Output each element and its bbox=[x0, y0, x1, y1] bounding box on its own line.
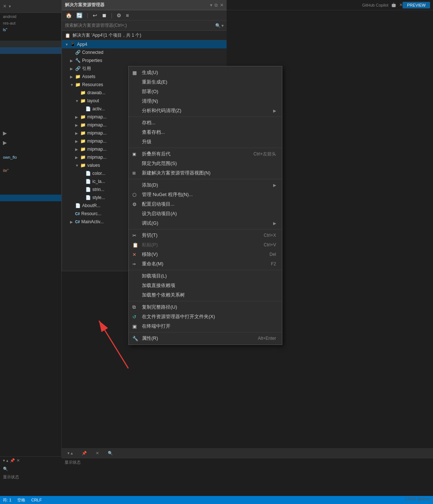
copilot-icon[interactable]: 🤖 bbox=[391, 3, 396, 7]
toolbar-refresh-icon[interactable]: 🔄 bbox=[75, 12, 84, 19]
ctx-item-new-view[interactable]: ⊞ 新建解决方案资源管理器视图(N) bbox=[129, 168, 282, 178]
tab-close-icon[interactable]: ✕ bbox=[3, 4, 7, 9]
tree-label-resources: Resources bbox=[82, 82, 103, 87]
left-arrow-btn[interactable]: ▶ bbox=[3, 130, 7, 136]
tree-item-connected[interactable]: 🔗 Connected bbox=[62, 48, 227, 56]
tree-chevron-mipmap6: ▶ bbox=[75, 155, 80, 159]
tree-label-layout: layout bbox=[87, 98, 99, 103]
output-tab-close[interactable]: ✕ bbox=[93, 450, 102, 456]
ctx-item-nuget[interactable]: ⬡ 管理 NuGet 程序包(N)... bbox=[129, 190, 282, 199]
status-bar: 符: 1 空格 CRLF bbox=[0, 496, 433, 504]
ctx-label-open-explorer: 在文件资源管理器中打开文件夹(X) bbox=[142, 313, 215, 320]
ctx-item-setstartup[interactable]: 设为启动项目(A) bbox=[129, 209, 282, 218]
context-menu: ▦ 生成(U) 重新生成(E) 部署(O) 清理(N) 分析和代码清理(Z) ▶… bbox=[128, 66, 282, 345]
tree-icon-mainactivity: C# bbox=[75, 220, 80, 224]
tree-chevron-mipmap3: ▶ bbox=[75, 131, 80, 135]
tree-item-properties[interactable]: ▶ 🔧 Properties bbox=[62, 56, 227, 65]
tree-label-aboutr: AboutR... bbox=[82, 203, 100, 208]
ctx-item-deploy[interactable]: 部署(O) bbox=[129, 87, 282, 96]
ctx-item-load-direct[interactable]: 加载直接依赖项 bbox=[129, 281, 282, 290]
tree-label-mipmap3: mipmap... bbox=[87, 130, 107, 136]
ctx-item-rename[interactable]: ⇒ 重命名(M) F2 bbox=[129, 259, 282, 269]
ctx-item-add[interactable]: 添加(D) ▶ bbox=[129, 180, 282, 190]
tree-label-styles: style... bbox=[92, 195, 105, 200]
tree-label-iclauncher: ic_la... bbox=[92, 179, 105, 184]
ctx-configure-icon: ⚙ bbox=[132, 202, 137, 207]
ctx-item-build[interactable]: ▦ 生成(U) bbox=[129, 68, 282, 77]
ctx-item-configure[interactable]: ⚙ 配置启动项目... bbox=[129, 199, 282, 209]
ctx-item-archive[interactable]: 存档... bbox=[129, 118, 282, 128]
panel-close-icon[interactable]: ✕ bbox=[220, 3, 224, 8]
ctx-item-open-explorer[interactable]: ↺ 在文件资源管理器中打开文件夹(X) bbox=[129, 312, 282, 321]
solution-search-bar[interactable]: 搜索解决方案资源管理器(Ctrl+;) 🔍 ▾ bbox=[62, 21, 227, 31]
tree-label-properties: Properties bbox=[82, 58, 102, 63]
ctx-label-configure: 配置启动项目... bbox=[142, 201, 175, 207]
ctx-item-unload[interactable]: 卸载项目(L) bbox=[129, 271, 282, 281]
output-tab-options[interactable]: ▾ ▴ bbox=[65, 450, 76, 456]
ctx-label-archive: 存档... bbox=[142, 119, 155, 126]
ctx-item-scope[interactable]: 限定为此范围(S) bbox=[129, 159, 282, 168]
tree-item-app4[interactable]: ▼ 📱 App4 bbox=[62, 40, 227, 48]
preview-button[interactable]: PREVIEW bbox=[403, 2, 430, 8]
tree-label-mipmap4: mipmap... bbox=[87, 139, 107, 144]
ctx-shortcut-properties: Alt+Enter bbox=[258, 336, 276, 341]
code-line bbox=[0, 67, 61, 74]
code-line bbox=[0, 80, 61, 87]
ctx-paste-icon: 📋 bbox=[132, 242, 138, 248]
ctx-item-analyze[interactable]: 分析和代码清理(Z) ▶ bbox=[129, 106, 282, 115]
tree-label-drawable: drawab... bbox=[87, 90, 105, 95]
toolbar-settings-icon[interactable]: ⚙ bbox=[115, 12, 123, 19]
tree-icon-strings: 📄 bbox=[85, 187, 91, 192]
left-code-panel: ✕ ▾ android res-aut ls" ▶ ▶ own_flo ite" bbox=[0, 0, 62, 504]
search-panel-icon[interactable]: 🔍 bbox=[3, 467, 8, 471]
toolbar-back-icon[interactable]: ↩ bbox=[91, 12, 99, 19]
copilot-label: GitHub Copilot bbox=[362, 3, 389, 7]
status-line-info: 符: 1 bbox=[3, 497, 11, 503]
ctx-item-remove[interactable]: ✕ 移除(V) Del bbox=[129, 250, 282, 259]
search-icon[interactable]: 🔍 bbox=[215, 23, 221, 28]
ctx-item-load-tree[interactable]: 加载整个依赖关系树 bbox=[129, 290, 282, 300]
ctx-item-debug[interactable]: 调试(G) ▶ bbox=[129, 218, 282, 228]
panel-undock-icon[interactable]: ⧉ bbox=[214, 3, 218, 8]
ctx-separator-5 bbox=[129, 270, 282, 270]
ctx-label-debug: 调试(G) bbox=[142, 220, 158, 227]
close-header-icon[interactable]: ✕ bbox=[399, 3, 403, 7]
toolbar-home-icon[interactable]: 🏠 bbox=[64, 12, 73, 19]
toolbar-more-icon[interactable]: ≡ bbox=[124, 12, 130, 19]
panel-close-icon[interactable]: ✕ bbox=[16, 458, 20, 463]
tree-label-resourcescs: Resourc... bbox=[81, 211, 102, 216]
panel-pin-icon[interactable]: ▾ bbox=[210, 3, 212, 8]
panel-controls-icon[interactable]: ▾ ▴ bbox=[3, 458, 8, 463]
ctx-item-copy-path[interactable]: ⧉ 复制完整路径(U) bbox=[129, 302, 282, 312]
ctx-item-view-archive[interactable]: 查看存档... bbox=[129, 128, 282, 137]
tree-label-colors: color... bbox=[92, 171, 105, 176]
ctx-label-build: 生成(U) bbox=[142, 69, 158, 76]
solution-panel-title: 解决方案资源管理器 bbox=[65, 2, 104, 8]
ctx-item-collapse[interactable]: ▣ 折叠所有后代 Ctrl+左箭头 bbox=[129, 149, 282, 159]
tree-chevron-mipmap2: ▶ bbox=[75, 123, 80, 127]
tab-dropdown-icon[interactable]: ▾ bbox=[9, 4, 11, 9]
output-tab-pin[interactable]: 📌 bbox=[79, 450, 90, 456]
tree-chevron-properties: ▶ bbox=[70, 59, 75, 63]
ctx-separator-2 bbox=[129, 148, 282, 148]
left-arrow-btn2[interactable]: ▶ bbox=[3, 140, 7, 146]
ctx-label-deploy: 部署(O) bbox=[142, 88, 158, 95]
ctx-item-rebuild[interactable]: 重新生成(E) bbox=[129, 77, 282, 87]
ctx-item-cut[interactable]: ✂ 剪切(T) Ctrl+X bbox=[129, 231, 282, 240]
status-spaces: 空格 bbox=[17, 497, 25, 503]
tree-icon-layout: 📁 bbox=[80, 98, 86, 103]
toolbar-stop-icon[interactable]: ⏹ bbox=[100, 12, 108, 19]
ctx-item-clean[interactable]: 清理(N) bbox=[129, 96, 282, 106]
ctx-item-properties[interactable]: 🔧 属性(R) Alt+Enter bbox=[129, 334, 282, 343]
ctx-item-open-terminal[interactable]: ▣ 在终端中打开 bbox=[129, 321, 282, 331]
ctx-item-upgrade[interactable]: 升级 bbox=[129, 137, 282, 147]
ctx-label-analyze: 分析和代码清理(Z) bbox=[142, 107, 181, 114]
search-options-icon[interactable]: ▾ bbox=[221, 23, 224, 28]
tree-label-mipmap1: mipmap... bbox=[87, 114, 107, 119]
search-output-icon[interactable]: 🔍 bbox=[108, 451, 113, 456]
toolbar-separator: | bbox=[85, 12, 90, 19]
panel-pin-icon[interactable]: 📌 bbox=[10, 458, 15, 463]
code-line bbox=[0, 107, 61, 113]
ctx-label-view-archive: 查看存档... bbox=[142, 129, 165, 136]
ctx-separator-6 bbox=[129, 301, 282, 301]
